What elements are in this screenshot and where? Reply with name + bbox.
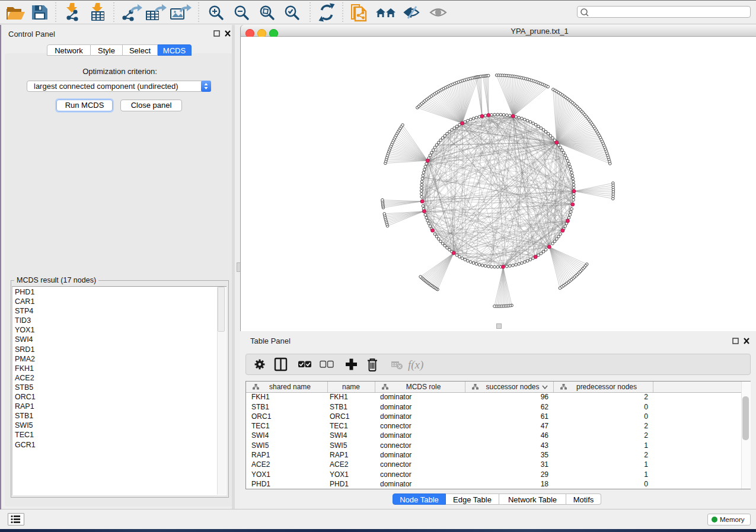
svg-text:MCDS role: MCDS role	[406, 383, 441, 391]
svg-text:96: 96	[541, 393, 549, 401]
svg-text:connector: connector	[380, 422, 412, 430]
svg-text:29: 29	[541, 470, 549, 479]
svg-text:0: 0	[644, 412, 648, 421]
svg-text:SWI4: SWI4	[251, 431, 269, 440]
svg-text:SWI4: SWI4	[330, 431, 347, 440]
svg-text:PHD1: PHD1	[251, 480, 270, 488]
svg-text:46: 46	[541, 431, 549, 440]
svg-text:connector: connector	[380, 460, 412, 469]
svg-text:PHD1: PHD1	[330, 480, 349, 488]
svg-text:FKH1: FKH1	[330, 393, 348, 401]
svg-text:61: 61	[541, 412, 549, 421]
svg-text:31: 31	[541, 460, 549, 469]
svg-text:2: 2	[644, 393, 648, 401]
svg-text:successor nodes: successor nodes	[486, 383, 539, 391]
svg-text:18: 18	[541, 480, 549, 488]
svg-text:62: 62	[541, 403, 549, 411]
svg-text:1: 1	[644, 441, 648, 450]
svg-text:43: 43	[541, 441, 549, 450]
svg-text:2: 2	[644, 451, 648, 459]
svg-text:connector: connector	[380, 470, 412, 479]
svg-text:ACE2: ACE2	[251, 460, 270, 469]
svg-text:connector: connector	[380, 441, 412, 450]
svg-text:0: 0	[644, 480, 648, 488]
svg-text:name: name	[342, 383, 360, 391]
svg-text:f(x): f(x)	[408, 358, 423, 371]
svg-text:SWI5: SWI5	[251, 441, 269, 450]
svg-text:SWI5: SWI5	[330, 441, 347, 450]
svg-text:47: 47	[541, 422, 549, 430]
svg-text:dominator: dominator	[380, 480, 412, 488]
svg-text:1: 1	[644, 460, 648, 469]
svg-text:2: 2	[644, 422, 648, 430]
svg-text:dominator: dominator	[380, 403, 412, 411]
svg-text:STB1: STB1	[330, 403, 347, 411]
svg-text:2: 2	[644, 431, 648, 440]
svg-text:predecessor nodes: predecessor nodes	[576, 383, 637, 391]
svg-text:shared name: shared name	[269, 383, 311, 391]
svg-text:YOX1: YOX1	[251, 470, 270, 479]
svg-text:STB1: STB1	[251, 403, 269, 411]
svg-text:dominator: dominator	[380, 451, 412, 459]
svg-text:TEC1: TEC1	[251, 422, 270, 430]
svg-text:dominator: dominator	[380, 412, 412, 421]
svg-text:RAP1: RAP1	[330, 451, 349, 459]
svg-text:1: 1	[644, 470, 648, 479]
svg-text:dominator: dominator	[380, 393, 412, 401]
svg-text:35: 35	[541, 451, 549, 459]
svg-text:RAP1: RAP1	[251, 451, 270, 459]
svg-text:FKH1: FKH1	[251, 393, 270, 401]
svg-text:TEC1: TEC1	[330, 422, 348, 430]
svg-text:ORC1: ORC1	[251, 412, 272, 421]
svg-text:YOX1: YOX1	[330, 470, 349, 479]
svg-text:ACE2: ACE2	[330, 460, 349, 469]
svg-text:dominator: dominator	[380, 431, 412, 440]
svg-text:0: 0	[644, 403, 648, 411]
svg-text:ORC1: ORC1	[330, 412, 350, 421]
